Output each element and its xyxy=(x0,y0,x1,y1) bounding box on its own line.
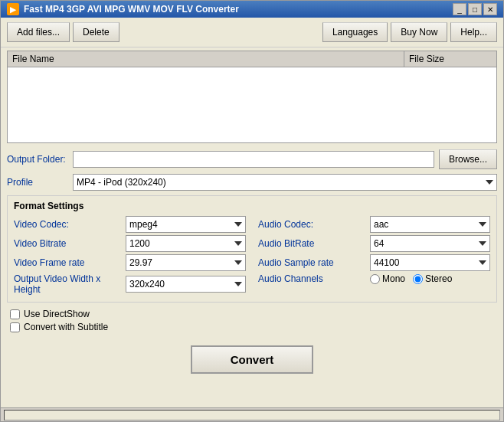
audio-sample-rate-label: Audio Sample rate xyxy=(258,257,365,268)
convert-button[interactable]: Convert xyxy=(191,345,314,374)
help-button[interactable]: Help... xyxy=(450,22,497,42)
audio-sample-rate-select[interactable]: 44100 22050 48000 xyxy=(370,254,490,271)
close-button[interactable]: ✕ xyxy=(483,3,497,15)
minimize-button[interactable]: _ xyxy=(453,3,466,15)
convert-with-subtitle-label[interactable]: Convert with Subtitle xyxy=(10,322,494,332)
audio-bitrate-label: Audio BitRate xyxy=(258,238,365,249)
delete-button[interactable]: Delete xyxy=(73,22,119,42)
audio-channels-label: Audio Channels xyxy=(258,273,365,284)
output-video-size-select[interactable]: 320x240 640x480 1280x720 xyxy=(126,276,246,293)
browse-button[interactable]: Browse... xyxy=(439,149,497,169)
toolbar: Add files... Delete Languages Buy Now He… xyxy=(1,18,503,47)
audio-codec-row: Audio Codec: aac mp3 ac3 xyxy=(258,216,490,233)
file-list-header: File Name File Size xyxy=(7,51,497,67)
checkboxes-section: Use DirectShow Convert with Subtitle xyxy=(1,306,503,338)
output-folder-section: Output Folder: Browse... xyxy=(1,146,503,172)
file-name-column-header: File Name xyxy=(8,51,404,67)
video-codec-label: Video Codec: xyxy=(14,219,121,230)
status-inner xyxy=(4,410,500,420)
mono-radio-label[interactable]: Mono xyxy=(370,273,405,284)
video-codec-select[interactable]: mpeg4 h264 xvid xyxy=(126,216,246,233)
window-title: Fast MP4 3GP AVI MPG WMV MOV FLV Convert… xyxy=(24,4,239,15)
mono-label: Mono xyxy=(382,273,405,284)
add-files-button[interactable]: Add files... xyxy=(7,22,70,42)
format-settings: Format Settings Video Codec: mpeg4 h264 … xyxy=(7,195,497,303)
output-video-size-label: Output Video Width x Height xyxy=(14,273,121,295)
use-direct-show-text: Use DirectShow xyxy=(24,309,90,319)
output-video-size-row: Output Video Width x Height 320x240 640x… xyxy=(14,273,246,295)
left-settings: Video Codec: mpeg4 h264 xvid Video Bitra… xyxy=(14,216,246,297)
stereo-label: Stereo xyxy=(425,273,452,284)
audio-bitrate-select[interactable]: 64 128 192 256 xyxy=(370,235,490,252)
convert-section: Convert xyxy=(1,338,503,381)
audio-sample-rate-row: Audio Sample rate 44100 22050 48000 xyxy=(258,254,490,271)
file-size-column-header: File Size xyxy=(404,51,496,67)
audio-codec-label: Audio Codec: xyxy=(258,219,365,230)
profile-label: Profile xyxy=(7,177,68,188)
status-bar xyxy=(1,407,503,421)
video-codec-row: Video Codec: mpeg4 h264 xvid xyxy=(14,216,246,233)
settings-grid: Video Codec: mpeg4 h264 xvid Video Bitra… xyxy=(14,216,490,297)
mono-radio[interactable] xyxy=(370,274,380,284)
use-direct-show-label[interactable]: Use DirectShow xyxy=(10,309,494,319)
output-folder-label: Output Folder: xyxy=(7,154,68,165)
convert-with-subtitle-checkbox[interactable] xyxy=(10,322,20,332)
title-bar-left: ▶ Fast MP4 3GP AVI MPG WMV MOV FLV Conve… xyxy=(7,3,239,15)
file-list-body[interactable] xyxy=(7,67,497,143)
buy-now-button[interactable]: Buy Now xyxy=(391,22,447,42)
video-frame-rate-select[interactable]: 29.97 25 30 24 xyxy=(126,254,246,271)
toolbar-right: Languages Buy Now Help... xyxy=(322,22,497,42)
audio-bitrate-row: Audio BitRate 64 128 192 256 xyxy=(258,235,490,252)
stereo-radio-label[interactable]: Stereo xyxy=(413,273,452,284)
languages-button[interactable]: Languages xyxy=(322,22,388,42)
stereo-radio[interactable] xyxy=(413,274,423,284)
audio-channels-radio-group: Mono Stereo xyxy=(370,273,452,284)
profile-select[interactable]: MP4 - iPod (320x240) MP4 - iPhone AVI 3G… xyxy=(73,174,497,191)
title-bar-controls: _ □ ✕ xyxy=(453,3,497,15)
right-settings: Audio Codec: aac mp3 ac3 Audio BitRate 6… xyxy=(258,216,490,297)
use-direct-show-checkbox[interactable] xyxy=(10,309,20,319)
main-window: ▶ Fast MP4 3GP AVI MPG WMV MOV FLV Conve… xyxy=(0,0,504,422)
maximize-button[interactable]: □ xyxy=(468,3,482,15)
video-bitrate-select[interactable]: 1200 800 1500 2000 xyxy=(126,235,246,252)
video-bitrate-row: Video Bitrate 1200 800 1500 2000 xyxy=(14,235,246,252)
video-frame-rate-row: Video Frame rate 29.97 25 30 24 xyxy=(14,254,246,271)
video-frame-rate-label: Video Frame rate xyxy=(14,257,121,268)
audio-codec-select[interactable]: aac mp3 ac3 xyxy=(370,216,490,233)
audio-channels-row: Audio Channels Mono Stereo xyxy=(258,273,490,284)
format-settings-title: Format Settings xyxy=(14,201,490,211)
app-icon: ▶ xyxy=(7,3,19,15)
output-folder-input[interactable] xyxy=(73,151,434,168)
video-bitrate-label: Video Bitrate xyxy=(14,238,121,249)
convert-with-subtitle-text: Convert with Subtitle xyxy=(24,322,108,332)
profile-section: Profile MP4 - iPod (320x240) MP4 - iPhon… xyxy=(1,172,503,192)
file-list-section: File Name File Size xyxy=(7,51,497,143)
title-bar: ▶ Fast MP4 3GP AVI MPG WMV MOV FLV Conve… xyxy=(1,1,503,18)
